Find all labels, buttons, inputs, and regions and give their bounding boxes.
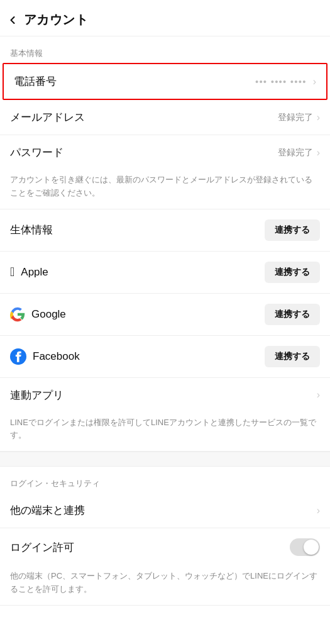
email-right: 登録完了 ›	[278, 112, 320, 123]
login-permit-item[interactable]: ログイン許可	[0, 528, 330, 566]
email-status: 登録完了	[278, 112, 313, 123]
apple-connect-button[interactable]: 連携する	[265, 262, 320, 283]
other-device-chevron-icon: ›	[317, 505, 320, 516]
header: アカウント	[0, 0, 330, 36]
other-device-item[interactable]: 他の端末と連携 ›	[0, 493, 330, 528]
linked-apps-item[interactable]: 連動アプリ ›	[0, 378, 330, 413]
facebook-right[interactable]: 連携する	[265, 346, 320, 367]
other-device-right: ›	[316, 505, 320, 516]
password-label: パスワード	[10, 145, 63, 160]
email-item[interactable]: メールアドレス 登録完了 ›	[0, 100, 330, 135]
google-label: Google	[31, 308, 66, 321]
linked-apps-chevron-icon: ›	[317, 389, 320, 401]
login-permit-subtext: 他の端末（PC、スマートフォン、タブレット、ウォッチなど）でLINEにログインす…	[0, 566, 330, 606]
login-security-section-label: ログイン・セキュリティ	[0, 467, 330, 493]
phone-label: 電話番号	[14, 74, 57, 89]
phone-chevron-icon: ›	[313, 76, 316, 87]
other-device-left: 他の端末と連携	[10, 503, 316, 518]
email-chevron-icon: ›	[317, 112, 320, 123]
linked-apps-subtext: LINEでログインまたは権限を許可してLINEアカウントと連携したサービスの一覧…	[0, 413, 330, 452]
apple-icon: 	[10, 265, 14, 279]
facebook-icon	[10, 348, 26, 365]
biometric-right[interactable]: 連携する	[265, 219, 320, 241]
page-title: アカウント	[24, 11, 88, 28]
phone-number-right: ••• •••• •••• ›	[255, 76, 316, 87]
apple-label: Apple	[21, 266, 48, 279]
biometric-connect-button[interactable]: 連携する	[265, 219, 320, 241]
section-divider	[0, 452, 330, 467]
login-permit-toggle[interactable]	[290, 538, 320, 556]
linked-apps-label: 連動アプリ	[10, 388, 63, 402]
basic-info-section-label: 基本情報	[0, 36, 330, 63]
google-item[interactable]: Google 連携する	[0, 294, 330, 336]
google-connect-button[interactable]: 連携する	[265, 304, 320, 325]
login-permit-left: ログイン許可	[10, 540, 290, 555]
apple-left:  Apple	[10, 265, 265, 279]
google-icon	[10, 307, 25, 322]
password-subtext: アカウントを引き継ぐには、最新のパスワードとメールアドレスが登録されていることを…	[0, 170, 330, 209]
biometric-item[interactable]: 生体情報 連携する	[0, 209, 330, 252]
back-button[interactable]	[6, 14, 19, 26]
phone-value: ••• •••• ••••	[255, 76, 307, 87]
phone-number-left: 電話番号	[14, 74, 255, 89]
biometric-label: 生体情報	[10, 223, 53, 237]
password-right: 登録完了 ›	[278, 147, 320, 158]
email-label: メールアドレス	[10, 110, 85, 125]
biometric-left: 生体情報	[10, 223, 265, 237]
facebook-label: Facebook	[33, 350, 80, 363]
google-right[interactable]: 連携する	[265, 304, 320, 325]
google-left: Google	[10, 307, 265, 322]
facebook-connect-button[interactable]: 連携する	[265, 346, 320, 367]
apple-right[interactable]: 連携する	[265, 262, 320, 283]
password-left: パスワード	[10, 145, 278, 160]
facebook-item[interactable]: Facebook 連携する	[0, 336, 330, 378]
password-status: 登録完了	[278, 147, 313, 158]
login-permit-right[interactable]	[290, 538, 320, 556]
linked-apps-left: 連動アプリ	[10, 388, 316, 402]
password-item[interactable]: パスワード 登録完了 ›	[0, 135, 330, 170]
linked-apps-right: ›	[316, 389, 320, 401]
facebook-left: Facebook	[10, 348, 265, 365]
apple-item[interactable]:  Apple 連携する	[0, 252, 330, 294]
password-chevron-icon: ›	[317, 147, 320, 158]
other-device-label: 他の端末と連携	[10, 503, 85, 518]
phone-number-item[interactable]: 電話番号 ••• •••• •••• ›	[3, 63, 327, 100]
email-left: メールアドレス	[10, 110, 278, 125]
login-permit-label: ログイン許可	[10, 540, 74, 555]
